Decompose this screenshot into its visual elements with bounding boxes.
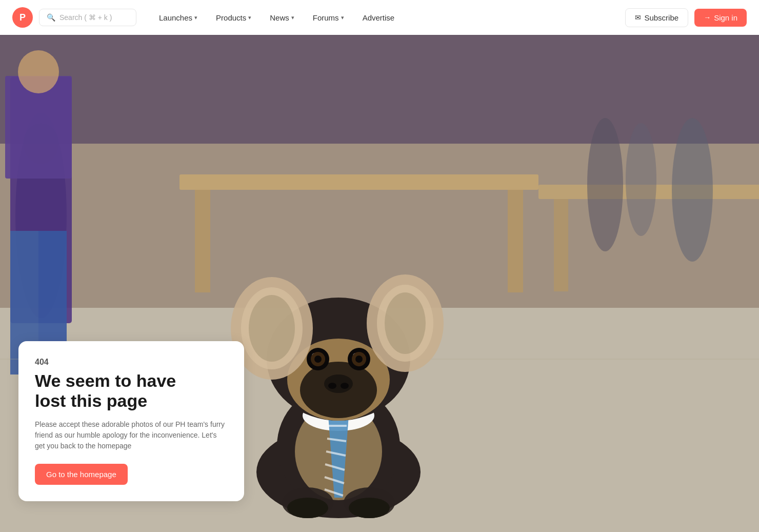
subscribe-icon: ✉ [635, 13, 641, 22]
nav-item-advertise[interactable]: Advertise [354, 9, 403, 26]
svg-point-55 [287, 498, 328, 518]
svg-point-51 [249, 295, 295, 362]
svg-point-46 [355, 356, 363, 363]
nav-item-launches[interactable]: Launches ▾ [151, 9, 206, 26]
svg-rect-14 [508, 190, 523, 292]
error-title-line1: We seem to have [35, 371, 176, 390]
svg-rect-16 [554, 199, 568, 291]
subscribe-button[interactable]: ✉ Subscribe [625, 8, 688, 27]
chevron-down-icon: ▾ [341, 14, 344, 21]
svg-rect-12 [179, 174, 538, 190]
svg-rect-13 [195, 190, 210, 292]
nav-products-label: Products [216, 13, 246, 22]
search-icon: 🔍 [47, 13, 55, 22]
signin-label: Sign in [714, 13, 737, 22]
logo-letter: P [19, 12, 26, 23]
svg-point-56 [349, 498, 390, 518]
signin-icon: → [704, 13, 711, 22]
svg-point-52 [385, 292, 426, 354]
error-title: We seem to have lost this page [35, 371, 228, 411]
nav-right: ✉ Subscribe → Sign in [625, 8, 747, 27]
go-to-homepage-button[interactable]: Go to the homepage [35, 464, 128, 485]
chevron-down-icon: ▾ [248, 14, 251, 21]
search-box[interactable]: 🔍 Search ( ⌘ + k ) [39, 9, 136, 26]
error-description: Please accept these adorable photos of o… [35, 419, 228, 451]
signin-button[interactable]: → Sign in [694, 9, 747, 27]
error-card: 404 We seem to have lost this page Pleas… [18, 341, 244, 501]
nav-launches-label: Launches [159, 13, 192, 22]
nav-forums-label: Forums [313, 13, 339, 22]
subscribe-label: Subscribe [644, 13, 678, 22]
svg-point-11 [18, 50, 59, 93]
nav-item-news[interactable]: News ▾ [262, 9, 303, 26]
svg-point-36 [324, 375, 353, 393]
svg-point-20 [672, 118, 713, 262]
navbar: P 🔍 Search ( ⌘ + k ) Launches ▾ Products… [0, 0, 759, 35]
svg-point-45 [314, 356, 322, 363]
error-title-line2: lost this page [35, 391, 147, 410]
nav-item-forums[interactable]: Forums ▾ [305, 9, 352, 26]
svg-point-18 [587, 118, 623, 251]
chevron-down-icon: ▾ [194, 14, 197, 21]
nav-advertise-label: Advertise [363, 13, 395, 22]
error-code: 404 [35, 358, 228, 367]
search-placeholder: Search ( ⌘ + k ) [59, 13, 112, 22]
nav-item-products[interactable]: Products ▾ [208, 9, 259, 26]
logo[interactable]: P [12, 7, 33, 28]
svg-point-38 [341, 383, 349, 389]
svg-point-19 [626, 123, 656, 236]
chevron-down-icon: ▾ [291, 14, 294, 21]
nav-news-label: News [270, 13, 289, 22]
svg-point-37 [328, 383, 336, 389]
